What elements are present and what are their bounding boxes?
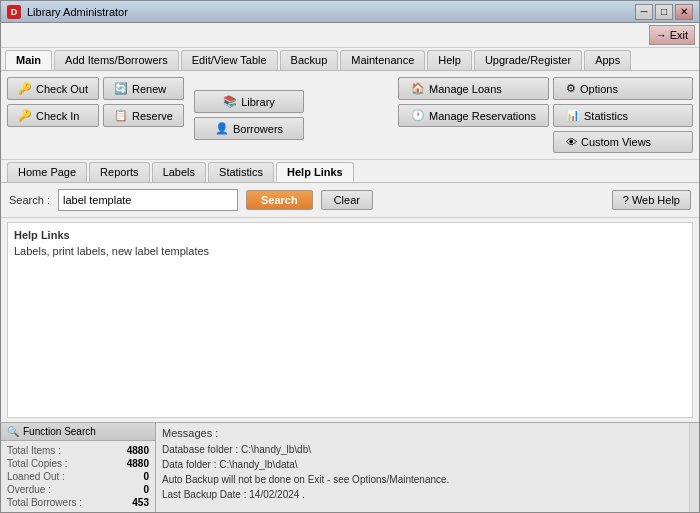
reserve-button[interactable]: 📋 Reserve	[103, 104, 184, 127]
checkout-icon: 🔑	[18, 82, 32, 95]
stat-total-copies-value: 4880	[127, 458, 149, 469]
stat-total-copies: Total Copies : 4880	[7, 458, 149, 469]
library-button[interactable]: 📚 Library	[194, 90, 304, 113]
search-bar: Search : Search Clear ? Web Help	[1, 183, 699, 218]
tab-edit-view[interactable]: Edit/View Table	[181, 50, 278, 70]
status-bar: 🔍 Function Search Total Items : 4880 Tot…	[1, 422, 699, 512]
stat-overdue-label: Overdue :	[7, 484, 51, 495]
manage-loans-icon: 🏠	[411, 82, 425, 95]
title-bar-buttons: ─ □ ✕	[635, 4, 693, 20]
messages-content: Database folder : C:\handy_lb\db\ Data f…	[162, 442, 683, 502]
subtab-statistics[interactable]: Statistics	[208, 162, 274, 182]
message-3: Auto Backup will not be done on Exit - s…	[162, 472, 683, 487]
toolbar: 🔑 Check Out 🔑 Check In 🔄 Renew 📋 Reserve…	[1, 71, 699, 160]
custom-views-icon: 👁	[566, 136, 577, 148]
function-search-label: Function Search	[23, 426, 96, 437]
top-area: → Exit	[1, 23, 699, 48]
checkin-icon: 🔑	[18, 109, 32, 122]
tab-add-items[interactable]: Add Items/Borrowers	[54, 50, 179, 70]
message-1: Database folder : C:\handy_lb\db\	[162, 442, 683, 457]
manage-reservations-icon: 🕐	[411, 109, 425, 122]
search-input[interactable]	[58, 189, 238, 211]
minimize-button[interactable]: ─	[635, 4, 653, 20]
statistics-button[interactable]: 📊 Statistics	[553, 104, 693, 127]
messages-scrollbar[interactable]	[689, 423, 699, 512]
close-button[interactable]: ✕	[675, 4, 693, 20]
reserve-icon: 📋	[114, 109, 128, 122]
tab-apps[interactable]: Apps	[584, 50, 631, 70]
tab-main[interactable]: Main	[5, 50, 52, 70]
window-title: Library Administrator	[27, 6, 635, 18]
manage-loans-button[interactable]: 🏠 Manage Loans	[398, 77, 549, 100]
messages-label: Messages :	[162, 427, 683, 439]
title-bar: D Library Administrator ─ □ ✕	[1, 1, 699, 23]
stat-total-borrowers-value: 453	[132, 497, 149, 508]
toolbar-left: 🔑 Check Out 🔑 Check In	[7, 77, 99, 153]
main-tab-bar: Main Add Items/Borrowers Edit/View Table…	[1, 48, 699, 71]
help-content-title: Help Links	[14, 229, 686, 241]
stat-overdue-value: 0	[143, 484, 149, 495]
options-button[interactable]: ⚙ Options	[553, 77, 693, 100]
tab-maintenance[interactable]: Maintenance	[340, 50, 425, 70]
app-icon: D	[7, 5, 21, 19]
toolbar-far-right: ⚙ Options 📊 Statistics 👁 Custom Views	[553, 77, 693, 153]
clear-button[interactable]: Clear	[321, 190, 373, 210]
borrowers-button[interactable]: 👤 Borrowers	[194, 117, 304, 140]
tab-help[interactable]: Help	[427, 50, 472, 70]
stat-total-borrowers-label: Total Borrowers :	[7, 497, 82, 508]
checkout-button[interactable]: 🔑 Check Out	[7, 77, 99, 100]
maximize-button[interactable]: □	[655, 4, 673, 20]
options-icon: ⚙	[566, 82, 576, 95]
exit-button[interactable]: → Exit	[649, 25, 695, 45]
stat-total-copies-label: Total Copies :	[7, 458, 68, 469]
subtab-help-links[interactable]: Help Links	[276, 162, 354, 182]
stats-grid: Total Items : 4880 Total Copies : 4880 L…	[1, 441, 155, 512]
exit-label: Exit	[670, 29, 688, 41]
renew-icon: 🔄	[114, 82, 128, 95]
main-window: D Library Administrator ─ □ ✕ → Exit Mai…	[0, 0, 700, 513]
stat-loaned-out-label: Loaned Out :	[7, 471, 65, 482]
search-button[interactable]: Search	[246, 190, 313, 210]
tab-upgrade[interactable]: Upgrade/Register	[474, 50, 582, 70]
checkin-button[interactable]: 🔑 Check In	[7, 104, 99, 127]
function-search-button[interactable]: 🔍 Function Search	[1, 423, 155, 441]
toolbar-mid1: 🔄 Renew 📋 Reserve	[103, 77, 184, 153]
borrowers-icon: 👤	[215, 122, 229, 135]
sub-tab-bar: Home Page Reports Labels Statistics Help…	[1, 160, 699, 183]
subtab-labels[interactable]: Labels	[152, 162, 206, 182]
subtab-reports[interactable]: Reports	[89, 162, 150, 182]
toolbar-right: 🏠 Manage Loans 🕐 Manage Reservations	[398, 77, 549, 153]
web-help-button[interactable]: ? Web Help	[612, 190, 691, 210]
status-right: Messages : Database folder : C:\handy_lb…	[156, 423, 689, 512]
message-4: Last Backup Date : 14/02/2024 .	[162, 487, 683, 502]
library-icon: 📚	[223, 95, 237, 108]
toolbar-mid2: 📚 Library 👤 Borrowers	[194, 77, 304, 153]
function-search-icon: 🔍	[7, 426, 19, 437]
message-2: Data folder : C:\handy_lb\data\	[162, 457, 683, 472]
tab-backup[interactable]: Backup	[280, 50, 339, 70]
renew-button[interactable]: 🔄 Renew	[103, 77, 184, 100]
stat-total-items: Total Items : 4880	[7, 445, 149, 456]
stat-total-items-label: Total Items :	[7, 445, 61, 456]
subtab-home[interactable]: Home Page	[7, 162, 87, 182]
exit-icon: →	[656, 29, 667, 41]
help-content-item: Labels, print labels, new label template…	[14, 245, 686, 257]
status-left: 🔍 Function Search Total Items : 4880 Tot…	[1, 423, 156, 512]
stat-overdue: Overdue : 0	[7, 484, 149, 495]
manage-reservations-button[interactable]: 🕐 Manage Reservations	[398, 104, 549, 127]
search-label: Search :	[9, 194, 50, 206]
stat-loaned-out: Loaned Out : 0	[7, 471, 149, 482]
statistics-icon: 📊	[566, 109, 580, 122]
stat-loaned-out-value: 0	[143, 471, 149, 482]
help-content-area: Help Links Labels, print labels, new lab…	[7, 222, 693, 418]
stat-total-borrowers: Total Borrowers : 453	[7, 497, 149, 508]
stat-total-items-value: 4880	[127, 445, 149, 456]
custom-views-button[interactable]: 👁 Custom Views	[553, 131, 693, 153]
